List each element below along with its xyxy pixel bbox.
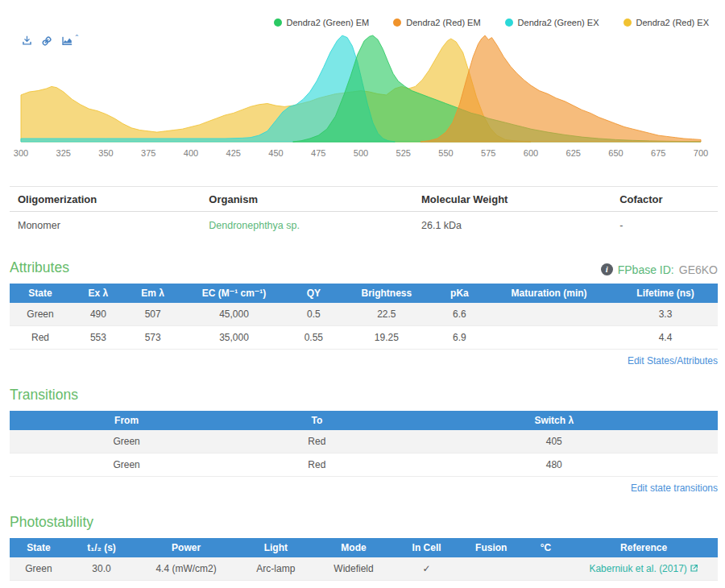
edit-transitions-link[interactable]: Edit state transitions bbox=[10, 482, 718, 494]
legend-dot-icon bbox=[505, 19, 513, 27]
x-axis-tick: 475 bbox=[311, 148, 325, 158]
table-cell: 6.9 bbox=[434, 326, 486, 350]
table-cell: Red bbox=[243, 453, 390, 477]
info-header-cofactor: Cofactor bbox=[611, 187, 718, 212]
column-header: From bbox=[10, 411, 243, 430]
column-header: pKa bbox=[434, 284, 486, 303]
table-cell: 0.5 bbox=[288, 303, 340, 326]
column-header: Switch λ bbox=[391, 411, 718, 430]
x-axis-tick: 375 bbox=[141, 148, 155, 158]
legend-item[interactable]: Dendra2 (Red) EX bbox=[624, 18, 710, 27]
molecular-weight-value: 26.1 kDa bbox=[413, 212, 611, 240]
table-cell bbox=[461, 557, 522, 581]
table-cell: Red bbox=[243, 430, 390, 453]
column-header: Maturation (min) bbox=[485, 284, 613, 303]
x-axis-tick: 350 bbox=[98, 148, 113, 158]
download-icon[interactable] bbox=[22, 35, 32, 46]
cofactor-value: - bbox=[611, 212, 718, 240]
link-icon[interactable] bbox=[41, 35, 52, 47]
column-header: Mode bbox=[315, 538, 393, 557]
column-header: Fusion bbox=[461, 538, 522, 557]
table-cell: 4.4 bbox=[613, 326, 718, 350]
table-cell: Green bbox=[10, 303, 71, 326]
x-axis-tick: 525 bbox=[396, 148, 411, 158]
table-cell: Red bbox=[10, 581, 68, 588]
table-cell: 4.4 (mW/cm2) bbox=[135, 557, 237, 581]
x-axis-tick: 400 bbox=[184, 148, 198, 158]
x-axis-tick: 300 bbox=[14, 148, 28, 158]
legend-dot-icon bbox=[393, 19, 401, 27]
fpbase-id-value: GE6KO bbox=[679, 263, 718, 276]
spectra-viewer: Dendra2 (Green) EMDendra2 (Red) EMDendra… bbox=[0, 0, 725, 161]
info-header-organism: Organism bbox=[201, 187, 413, 212]
info-header-oligomerization: Oligomerization bbox=[10, 187, 201, 212]
chevron-up-icon: ⌃ bbox=[74, 34, 80, 41]
legend-item[interactable]: Dendra2 (Green) EM bbox=[274, 18, 370, 27]
table-row: Red55357335,0000.5519.256.94.4 bbox=[10, 326, 718, 350]
table-cell: 6.6 bbox=[434, 303, 486, 326]
table-cell: Widefield bbox=[315, 581, 393, 588]
table-cell: 553 bbox=[71, 326, 126, 350]
table-cell: 480 bbox=[391, 453, 718, 477]
column-header: Power bbox=[135, 538, 237, 557]
table-cell: Widefield bbox=[315, 557, 393, 581]
legend-item[interactable]: Dendra2 (Green) EX bbox=[505, 18, 599, 27]
table-cell: Arc-lamp bbox=[237, 581, 315, 588]
legend-item[interactable]: Dendra2 (Red) EM bbox=[393, 18, 480, 27]
table-cell: 22.5 bbox=[339, 303, 433, 326]
x-axis-tick: 425 bbox=[226, 148, 241, 158]
column-header: Reference bbox=[570, 538, 718, 557]
column-header: Lifetime (ns) bbox=[613, 284, 718, 303]
attributes-table: StateEx λEm λEC (M⁻¹ cm⁻¹)QYBrightnesspK… bbox=[10, 284, 718, 350]
table-cell: Green bbox=[10, 557, 68, 581]
table-row: Green49050745,0000.522.56.63.3 bbox=[10, 303, 718, 326]
chart-toolbar: ⌃ bbox=[22, 35, 80, 47]
column-header: To bbox=[243, 411, 390, 430]
table-row: GreenRed405 bbox=[10, 430, 718, 453]
reference-link[interactable]: Kaberniuk et al. (2017) bbox=[589, 563, 698, 574]
attributes-title: Attributes bbox=[10, 259, 69, 276]
x-axis-tick: 500 bbox=[354, 148, 368, 158]
edit-states-link[interactable]: Edit States/Attributes bbox=[10, 355, 718, 366]
x-axis-tick: 600 bbox=[524, 148, 538, 158]
column-header: In Cell bbox=[392, 538, 460, 557]
column-header: State bbox=[10, 284, 71, 303]
spectra-chart[interactable]: 3003253503754004254504755005255505756006… bbox=[0, 31, 725, 161]
table-cell: 19.25 bbox=[339, 326, 433, 350]
info-icon[interactable]: i bbox=[601, 263, 613, 275]
fpbase-id-label: FPbase ID: bbox=[618, 263, 674, 276]
table-row: Green30.04.4 (mW/cm2)Arc-lampWidefield✓K… bbox=[10, 557, 718, 581]
protein-details: Oligomerization Organism Molecular Weigh… bbox=[0, 186, 725, 588]
check-icon: ✓ bbox=[392, 581, 460, 588]
check-icon: ✓ bbox=[392, 557, 460, 581]
table-cell: Green bbox=[10, 453, 243, 477]
column-header: QY bbox=[288, 284, 340, 303]
photostability-title: Photostability bbox=[10, 514, 93, 531]
table-cell: 45,000 bbox=[180, 303, 288, 326]
column-header: Light bbox=[237, 538, 315, 557]
fpbase-id: i FPbase ID: GE6KO bbox=[601, 263, 718, 276]
table-cell: Red bbox=[10, 326, 71, 350]
column-header: °C bbox=[522, 538, 570, 557]
table-cell bbox=[461, 581, 522, 588]
table-cell: Kaberniuk et al. (2017) bbox=[570, 581, 718, 588]
legend-label: Dendra2 (Red) EM bbox=[406, 18, 480, 27]
x-axis-tick: 675 bbox=[651, 148, 665, 158]
x-axis-tick: 700 bbox=[694, 148, 708, 158]
organism-link[interactable]: Dendronephthya sp. bbox=[209, 220, 300, 231]
oligomerization-value: Monomer bbox=[10, 212, 201, 240]
table-cell: 4.4 (mw/cm2) bbox=[135, 581, 237, 588]
table-cell: Arc-lamp bbox=[237, 557, 315, 581]
table-cell: 35,000 bbox=[180, 326, 288, 350]
legend-label: Dendra2 (Green) EX bbox=[518, 18, 599, 27]
chart-options-icon[interactable]: ⌃ bbox=[61, 35, 80, 46]
info-header-molecular-weight: Molecular Weight bbox=[413, 187, 611, 212]
photostability-table: Statet₁/₂ (s)PowerLightModeIn CellFusion… bbox=[10, 538, 718, 588]
x-axis-tick: 575 bbox=[481, 148, 495, 158]
table-row: GreenRed480 bbox=[10, 453, 718, 477]
table-cell: 573 bbox=[126, 326, 180, 350]
table-row: Red1050.04.4 (mw/cm2)Arc-lampWidefield✓K… bbox=[10, 581, 718, 588]
table-cell: Kaberniuk et al. (2017) bbox=[570, 557, 718, 581]
table-cell bbox=[522, 557, 570, 581]
table-cell bbox=[485, 326, 613, 350]
